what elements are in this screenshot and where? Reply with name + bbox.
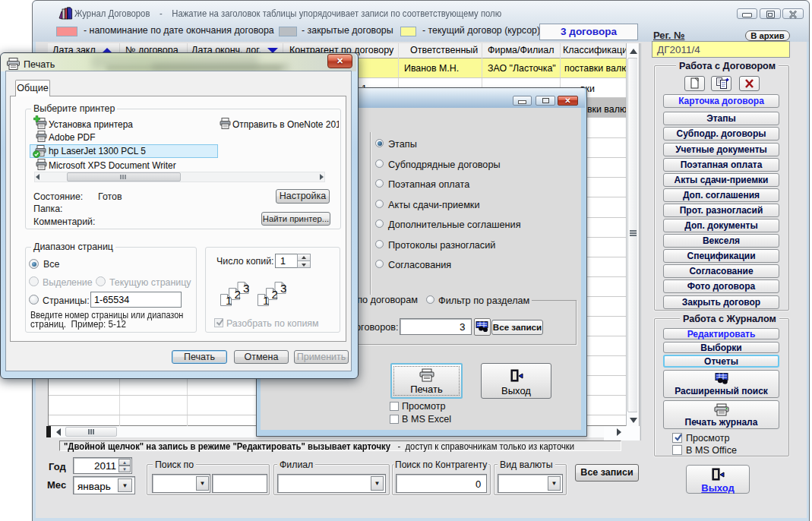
svg-text:2: 2 — [272, 288, 278, 301]
svg-text:3: 3 — [243, 282, 249, 295]
svg-text:1: 1 — [226, 294, 232, 307]
svg-text:3: 3 — [280, 282, 286, 295]
svg-text:2: 2 — [235, 288, 241, 301]
svg-text:1: 1 — [263, 294, 269, 307]
